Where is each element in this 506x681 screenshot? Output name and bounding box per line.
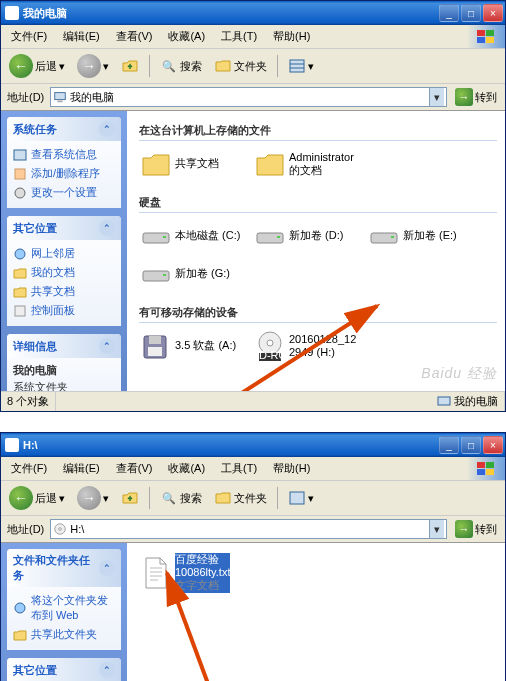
minimize-button[interactable]: _ (439, 4, 459, 22)
svg-rect-35 (290, 492, 304, 504)
search-button[interactable]: 🔍搜索 (156, 487, 206, 509)
addressbar: 地址(D) H:\ ▾ →转到 (1, 516, 505, 543)
main-view[interactable]: 在这台计算机上存储的文件 共享文档 Administrator 的文档 硬盘 本… (127, 111, 505, 391)
menu-tools[interactable]: 工具(T) (215, 459, 263, 478)
svg-rect-1 (486, 30, 494, 36)
group-header-files: 在这台计算机上存储的文件 (139, 119, 497, 141)
toolbar: ←后退▾ →▾ 🔍搜索 文件夹 ▾ (1, 481, 505, 516)
address-input[interactable]: 我的电脑 ▾ (50, 87, 447, 107)
close-button[interactable]: × (483, 4, 503, 22)
panel-header[interactable]: 系统任务⌃ (7, 117, 121, 141)
up-button[interactable] (117, 487, 143, 509)
item-drive-g[interactable]: 新加卷 (G:) (139, 257, 249, 291)
svg-point-38 (15, 603, 25, 613)
maximize-button[interactable]: □ (461, 4, 481, 22)
back-icon: ← (9, 486, 33, 510)
menu-help[interactable]: 帮助(H) (267, 459, 316, 478)
window-my-computer: 我的电脑 _ □ × 文件(F) 编辑(E) 查看(V) 收藏(A) 工具(T)… (0, 0, 506, 412)
task-share-folder[interactable]: 共享此文件夹 (13, 625, 115, 644)
svg-rect-23 (149, 336, 161, 344)
task-view-system-info[interactable]: 查看系统信息 (13, 145, 115, 164)
chevron-icon: ⌃ (99, 338, 115, 354)
svg-rect-7 (55, 93, 66, 100)
folder-icon (13, 266, 27, 280)
folder-up-icon (121, 489, 139, 507)
views-button[interactable]: ▾ (284, 487, 318, 509)
menu-file[interactable]: 文件(F) (5, 27, 53, 46)
menu-edit[interactable]: 编辑(E) (57, 459, 106, 478)
item-text-file[interactable]: 百度经验10086lty.txt文字文档 (139, 551, 269, 595)
chevron-icon: ⌃ (99, 662, 115, 678)
menu-favorites[interactable]: 收藏(A) (162, 27, 211, 46)
menu-favorites[interactable]: 收藏(A) (162, 459, 211, 478)
separator (277, 487, 278, 509)
place-shared-documents[interactable]: 共享文档 (13, 282, 115, 301)
task-add-remove-programs[interactable]: 添加/删除程序 (13, 164, 115, 183)
my-computer-icon (5, 6, 19, 20)
panel-other-places: 其它位置⌃ 网上邻居 我的文档 共享文档 控制面板 (7, 216, 121, 326)
task-change-setting[interactable]: 更改一个设置 (13, 183, 115, 202)
svg-rect-34 (486, 469, 494, 475)
back-button[interactable]: ←后退▾ (5, 484, 69, 512)
item-drive-c[interactable]: 本地磁盘 (C:) (139, 219, 249, 253)
search-button[interactable]: 🔍搜索 (156, 55, 206, 77)
panel-details: 详细信息⌃ 我的电脑 系统文件夹 (7, 334, 121, 391)
go-icon: → (455, 520, 473, 538)
main-view[interactable]: 百度经验10086lty.txt文字文档 (127, 543, 505, 681)
separator (277, 55, 278, 77)
forward-button[interactable]: →▾ (73, 484, 113, 512)
item-drive-d[interactable]: 新加卷 (D:) (253, 219, 363, 253)
svg-rect-2 (477, 37, 485, 43)
place-my-documents[interactable]: 我的文档 (13, 263, 115, 282)
group-header-removable: 有可移动存储的设备 (139, 301, 497, 323)
minimize-button[interactable]: _ (439, 436, 459, 454)
svg-point-11 (15, 188, 25, 198)
panel-header[interactable]: 详细信息⌃ (7, 334, 121, 358)
menu-edit[interactable]: 编辑(E) (57, 27, 106, 46)
folders-button[interactable]: 文件夹 (210, 487, 271, 509)
maximize-button[interactable]: □ (461, 436, 481, 454)
go-button[interactable]: →转到 (451, 86, 501, 108)
task-publish-to-web[interactable]: 将这个文件夹发布到 Web (13, 591, 115, 625)
menu-view[interactable]: 查看(V) (110, 27, 159, 46)
address-value: 我的电脑 (70, 90, 114, 105)
address-label: 地址(D) (5, 522, 46, 537)
details-type: 系统文件夹 (13, 379, 115, 391)
folder-icon (13, 285, 27, 299)
menu-help[interactable]: 帮助(H) (267, 27, 316, 46)
titlebar[interactable]: H:\ _ □ × (1, 433, 505, 457)
address-dropdown-icon[interactable]: ▾ (429, 520, 444, 538)
panel-file-tasks: 文件和文件夹任务⌃ 将这个文件夹发布到 Web 共享此文件夹 (7, 549, 121, 650)
folders-button[interactable]: 文件夹 (210, 55, 271, 77)
toolbar: ←后退▾ →▾ 🔍搜索 文件夹 ▾ (1, 49, 505, 84)
statusbar: 8 个对象 我的电脑 (1, 391, 505, 411)
menu-view[interactable]: 查看(V) (110, 459, 159, 478)
views-button[interactable]: ▾ (284, 55, 318, 77)
place-network[interactable]: 网上邻居 (13, 244, 115, 263)
item-shared-docs[interactable]: 共享文档 (139, 147, 249, 181)
folder-up-icon (121, 57, 139, 75)
panel-header[interactable]: 其它位置⌃ (7, 658, 121, 681)
address-dropdown-icon[interactable]: ▾ (429, 88, 444, 106)
separator (149, 487, 150, 509)
menu-tools[interactable]: 工具(T) (215, 27, 263, 46)
panel-system-tasks: 系统任务⌃ 查看系统信息 添加/删除程序 更改一个设置 (7, 117, 121, 208)
menu-file[interactable]: 文件(F) (5, 459, 53, 478)
item-admin-docs[interactable]: Administrator 的文档 (253, 147, 363, 181)
item-drive-e[interactable]: 新加卷 (E:) (367, 219, 477, 253)
forward-button[interactable]: →▾ (73, 52, 113, 80)
close-button[interactable]: × (483, 436, 503, 454)
folders-icon (214, 489, 232, 507)
panel-header[interactable]: 文件和文件夹任务⌃ (7, 549, 121, 587)
place-control-panel[interactable]: 控制面板 (13, 301, 115, 320)
item-floppy[interactable]: 3.5 软盘 (A:) (139, 329, 249, 363)
item-dvd-drive[interactable]: DVD-ROM20160128_122949 (H:) (253, 329, 363, 363)
status-object-count: 8 个对象 (1, 392, 56, 411)
address-input[interactable]: H:\ ▾ (50, 519, 447, 539)
go-button[interactable]: →转到 (451, 518, 501, 540)
back-button[interactable]: ←后退▾ (5, 52, 69, 80)
panel-header[interactable]: 其它位置⌃ (7, 216, 121, 240)
titlebar[interactable]: 我的电脑 _ □ × (1, 1, 505, 25)
svg-rect-13 (15, 306, 25, 316)
up-button[interactable] (117, 55, 143, 77)
